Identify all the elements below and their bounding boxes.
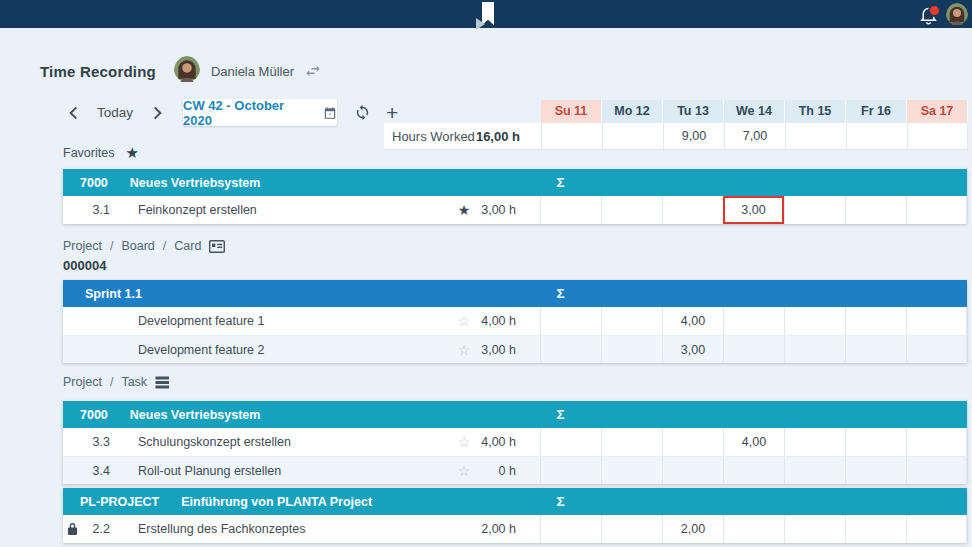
section-code: 7000: [80, 176, 108, 190]
calendar-icon: [323, 106, 337, 120]
period-picker[interactable]: CW 42 - October 2020: [183, 99, 337, 126]
task-section: 7000Neues VertriebsystemΣ3.3Schulungskon…: [63, 401, 967, 484]
today-button[interactable]: Today: [97, 105, 133, 120]
time-cell[interactable]: 4,00: [723, 428, 784, 456]
time-cell[interactable]: [601, 307, 662, 335]
day-header-cell: Th 15: [785, 100, 846, 123]
time-cell[interactable]: [906, 515, 967, 543]
time-cell[interactable]: [784, 428, 845, 456]
time-cell[interactable]: [662, 196, 723, 224]
time-cell[interactable]: [662, 428, 723, 456]
favorite-star-outline-icon[interactable]: ☆: [451, 457, 477, 484]
time-cell[interactable]: [540, 336, 601, 363]
time-cell[interactable]: [723, 336, 784, 363]
task-row: 3.3Schulungskonzept erstellen☆4,00 h4,00: [63, 428, 967, 456]
task-row: 3.1Feinkonzept erstellen★3,00 h3,00: [63, 196, 967, 224]
top-bar: [0, 0, 972, 28]
sum-sigma-icon: Σ: [541, 407, 580, 422]
switch-user-icon[interactable]: [304, 62, 322, 80]
favorite-star-outline-icon[interactable]: ☆: [451, 307, 477, 335]
day-header-cell: Mo 12: [602, 100, 663, 123]
task-row: 3.4Roll-out Planung erstellen☆0 h: [63, 456, 967, 484]
previous-week-button[interactable]: [63, 101, 83, 125]
day-total-cell: [907, 123, 968, 149]
breadcrumb-item: Project: [63, 239, 102, 253]
time-recording-app: Time Recording Daniela Müller Today CW 4…: [0, 0, 972, 547]
time-cell[interactable]: [784, 307, 845, 335]
record-id: 000004: [63, 258, 106, 273]
task-list-icon: [155, 376, 170, 389]
sum-sigma-icon: Σ: [541, 286, 580, 301]
time-cell[interactable]: 2,00: [662, 515, 723, 543]
time-cell[interactable]: [540, 515, 601, 543]
time-cell[interactable]: [784, 336, 845, 363]
add-entry-button[interactable]: +: [386, 103, 398, 123]
user-avatar[interactable]: [174, 56, 200, 86]
section-header: PL-PROJECTEinführung von PLANTA ProjectΣ: [63, 488, 967, 515]
time-cell[interactable]: [784, 196, 845, 224]
task-total-hours: 2,00 h: [477, 515, 540, 543]
time-cell[interactable]: [906, 428, 967, 456]
time-cell[interactable]: [723, 307, 784, 335]
time-cell[interactable]: [845, 515, 906, 543]
favorite-star-filled-icon[interactable]: ★: [451, 196, 477, 224]
time-cell[interactable]: [540, 196, 601, 224]
task-name: Schulungskonzept erstellen: [118, 428, 451, 456]
task-code: [63, 307, 118, 335]
next-week-button[interactable]: [147, 101, 167, 125]
time-cell[interactable]: [845, 196, 906, 224]
time-cell[interactable]: [540, 428, 601, 456]
task-total-hours: 3,00 h: [477, 336, 540, 363]
day-header-cell: Tu 13: [663, 100, 724, 123]
section-header: Sprint 1.1Σ: [63, 280, 967, 307]
breadcrumb-item: Task: [121, 375, 147, 389]
favorite-star-outline-icon[interactable]: ☆: [451, 428, 477, 456]
refresh-icon[interactable]: [354, 104, 371, 121]
favorite-star-outline-icon[interactable]: ☆: [451, 336, 477, 363]
time-cell-highlighted[interactable]: 3,00: [723, 196, 784, 224]
time-cell[interactable]: [845, 428, 906, 456]
task-total-hours: 3,00 h: [477, 196, 540, 224]
user-name: Daniela Müller: [211, 64, 294, 79]
time-cell[interactable]: 4,00: [662, 307, 723, 335]
notifications-bell-icon[interactable]: [918, 5, 939, 27]
star-placeholder: [451, 515, 477, 543]
section-name: Einführung von PLANTA Project: [181, 495, 372, 509]
time-cell[interactable]: [906, 196, 967, 224]
time-cell[interactable]: [540, 307, 601, 335]
task-row: Development feature 1☆4,00 h4,00: [63, 307, 967, 335]
time-cell[interactable]: [601, 336, 662, 363]
time-cell[interactable]: [601, 428, 662, 456]
time-cell[interactable]: [845, 336, 906, 363]
favorites-header: Favorites ★: [63, 144, 139, 162]
time-cell[interactable]: [540, 457, 601, 484]
time-cell[interactable]: [906, 457, 967, 484]
topbar-avatar[interactable]: [946, 3, 968, 29]
time-cell[interactable]: [906, 307, 967, 335]
section-name: Neues Vertriebsystem: [130, 176, 261, 190]
time-cell[interactable]: [784, 515, 845, 543]
day-total-cell: 9,00: [663, 123, 724, 149]
time-cell[interactable]: [784, 457, 845, 484]
task-name: Erstellung des Fachkonzeptes: [118, 515, 451, 543]
favorites-star-icon[interactable]: ★: [125, 144, 138, 162]
time-cell[interactable]: [723, 515, 784, 543]
task-total-hours: 4,00 h: [477, 428, 540, 456]
time-cell[interactable]: 3,00: [662, 336, 723, 363]
time-cell[interactable]: [601, 457, 662, 484]
time-cell[interactable]: [845, 307, 906, 335]
breadcrumb: Project/Board/Card: [63, 239, 225, 253]
section-code: PL-PROJECT: [80, 495, 159, 509]
hours-worked-row: Hours Worked 16,00 h 9,007,00: [384, 123, 968, 150]
hours-worked-label: Hours Worked: [392, 129, 475, 144]
time-cell[interactable]: [662, 457, 723, 484]
time-cell[interactable]: [906, 336, 967, 363]
time-cell[interactable]: [723, 457, 784, 484]
time-cell[interactable]: [601, 515, 662, 543]
time-cell[interactable]: [845, 457, 906, 484]
board-card-section: Sprint 1.1ΣDevelopment feature 1☆4,00 h4…: [63, 280, 967, 363]
day-totals: 9,007,00: [541, 123, 968, 149]
time-cell[interactable]: [601, 196, 662, 224]
day-total-cell: 7,00: [724, 123, 785, 149]
notification-badge: [928, 4, 941, 17]
